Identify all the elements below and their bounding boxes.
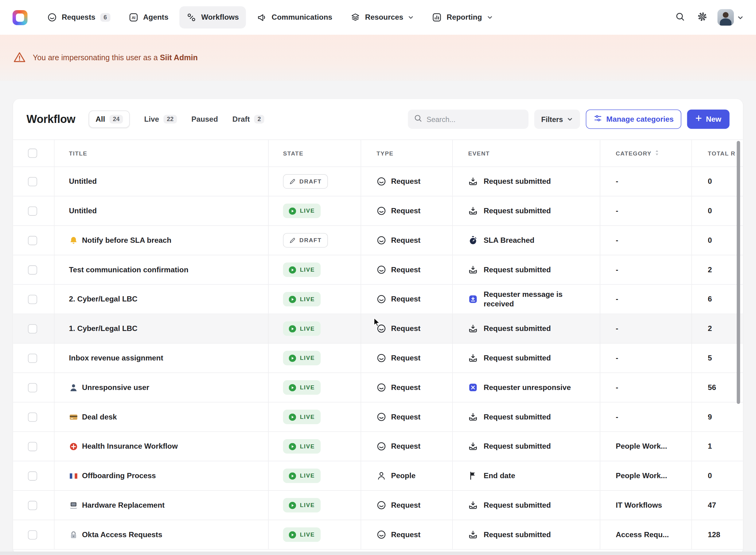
tab-draft[interactable]: Draft 2: [232, 115, 265, 124]
table-row[interactable]: 1. Cyber/Legal LBC LIVE Request Request …: [13, 314, 743, 344]
table-row[interactable]: Notify before SLA breach DRAFT Request S…: [13, 226, 743, 255]
row-checkbox[interactable]: [28, 265, 37, 274]
table-row[interactable]: 2. Cyber/Legal LBC LIVE Request Requeste…: [13, 285, 743, 314]
tab-live-count: 22: [163, 115, 177, 124]
table-row[interactable]: Offboarding Process LIVE People End date…: [13, 461, 743, 491]
sort-icon[interactable]: [655, 150, 659, 157]
row-checkbox[interactable]: [28, 442, 37, 451]
row-checkbox[interactable]: [28, 501, 37, 510]
workflow-search: [408, 110, 528, 129]
table-scrollbar-thumb[interactable]: [737, 141, 740, 404]
play-circle-icon: [289, 472, 296, 479]
megaphone-icon: [257, 13, 267, 22]
category-label: IT Workflows: [616, 501, 662, 510]
play-circle-icon: [289, 207, 296, 214]
nav-agents[interactable]: AI Agents: [121, 6, 176, 28]
total-count: 128: [708, 530, 720, 539]
request-type-icon: [376, 383, 386, 392]
table-row[interactable]: Health Insurance Workflow LIVE Request R…: [13, 432, 743, 461]
total-count: 2: [708, 324, 712, 333]
search-button[interactable]: [673, 9, 687, 25]
svg-text:AI: AI: [132, 16, 135, 20]
column-header-total[interactable]: TOTAL R: [692, 140, 743, 166]
select-all-checkbox[interactable]: [28, 149, 37, 158]
row-checkbox[interactable]: [28, 471, 37, 480]
column-header-state[interactable]: STATE: [268, 140, 361, 166]
column-header-category[interactable]: CATEGORY: [616, 150, 659, 157]
row-checkbox[interactable]: [28, 353, 37, 362]
chevron-down-icon: [408, 14, 414, 20]
credit-card-icon: [69, 413, 78, 422]
nav-communications[interactable]: Communications: [250, 6, 340, 28]
chevron-down-icon: [737, 14, 743, 20]
total-count: 0: [708, 177, 712, 185]
row-checkbox[interactable]: [28, 324, 37, 333]
table-row[interactable]: Hardware Replacement LIVE Request Reques…: [13, 491, 743, 520]
workflow-search-input[interactable]: [427, 115, 522, 123]
live-badge: LIVE: [283, 322, 321, 336]
workflow-title: Notify before SLA breach: [82, 236, 171, 245]
filters-button[interactable]: Filters: [534, 110, 580, 129]
requests-count-badge: 6: [100, 13, 110, 22]
tab-all[interactable]: All 24: [89, 111, 130, 128]
row-checkbox[interactable]: [28, 383, 37, 392]
plus-icon: [695, 115, 702, 124]
manage-categories-button[interactable]: Manage categories: [585, 110, 681, 129]
impersonation-banner: You are impersonating this user as a Sii…: [0, 35, 756, 81]
table-row[interactable]: Untitled LIVE Request Request submitted …: [13, 197, 743, 226]
row-checkbox[interactable]: [28, 413, 37, 422]
workflow-title: Untitled: [69, 207, 97, 215]
request-type-icon: [376, 353, 386, 362]
request-type-icon: [376, 236, 386, 245]
play-circle-icon: [289, 531, 296, 539]
table-row[interactable]: Okta Access Requests LIVE Request Reques…: [13, 520, 743, 550]
nav-requests-label: Requests: [62, 13, 95, 22]
row-checkbox[interactable]: [28, 295, 37, 304]
tab-live[interactable]: Live 22: [144, 115, 177, 124]
flag-icon: [468, 471, 478, 481]
live-badge: LIVE: [283, 262, 321, 277]
siit-logo-icon[interactable]: [13, 10, 28, 25]
bar-chart-icon: [432, 13, 441, 22]
request-type-icon: [376, 500, 386, 510]
table-row[interactable]: Inbox revenue assignment LIVE Request Re…: [13, 344, 743, 373]
horizontal-scrollbar-track[interactable]: [0, 552, 756, 555]
user-menu[interactable]: [717, 9, 743, 26]
column-header-type[interactable]: TYPE: [361, 140, 452, 166]
table-row[interactable]: Deal desk LIVE Request Request submitted…: [13, 402, 743, 432]
draft-badge: DRAFT: [283, 174, 328, 189]
workflow-title: Okta Access Requests: [82, 530, 162, 539]
nav-reporting[interactable]: Reporting: [425, 6, 500, 28]
category-label: -: [616, 413, 618, 421]
live-badge: LIVE: [283, 204, 321, 218]
nav-workflows[interactable]: Workflows: [180, 6, 246, 28]
table-row[interactable]: Test communication confirmation LIVE Req…: [13, 255, 743, 285]
table-header: TITLE STATE TYPE EVENT CATEGORY TOTAL R: [13, 139, 743, 167]
table-row[interactable]: Untitled DRAFT Request Request submitted…: [13, 167, 743, 197]
table-row[interactable]: Unresponsive user LIVE Request Requester…: [13, 373, 743, 402]
row-checkbox[interactable]: [28, 236, 37, 245]
total-count: 0: [708, 471, 712, 480]
workflow-title: Untitled: [69, 177, 97, 185]
user-avatar[interactable]: [717, 9, 734, 26]
nav-requests[interactable]: Requests 6: [40, 6, 117, 28]
request-submitted-icon: [468, 500, 478, 510]
settings-button[interactable]: [695, 9, 709, 25]
row-checkbox[interactable]: [28, 530, 37, 539]
table-body: Untitled DRAFT Request Request submitted…: [13, 167, 743, 550]
new-workflow-button[interactable]: New: [687, 110, 729, 129]
column-header-event[interactable]: EVENT: [452, 140, 600, 166]
total-count: 56: [708, 383, 716, 392]
live-badge: LIVE: [283, 527, 321, 542]
column-header-title[interactable]: TITLE: [54, 140, 268, 166]
workflow-title: Hardware Replacement: [82, 501, 164, 510]
tab-paused[interactable]: Paused: [191, 115, 218, 124]
request-submitted-icon: [468, 177, 478, 186]
tab-draft-count: 2: [254, 115, 265, 124]
nav-resources[interactable]: Resources: [343, 6, 421, 28]
row-checkbox[interactable]: [28, 177, 37, 186]
row-checkbox[interactable]: [28, 206, 37, 215]
total-count: 6: [708, 295, 712, 303]
play-circle-icon: [289, 354, 296, 362]
event-label: Requester unresponsive: [484, 383, 571, 392]
